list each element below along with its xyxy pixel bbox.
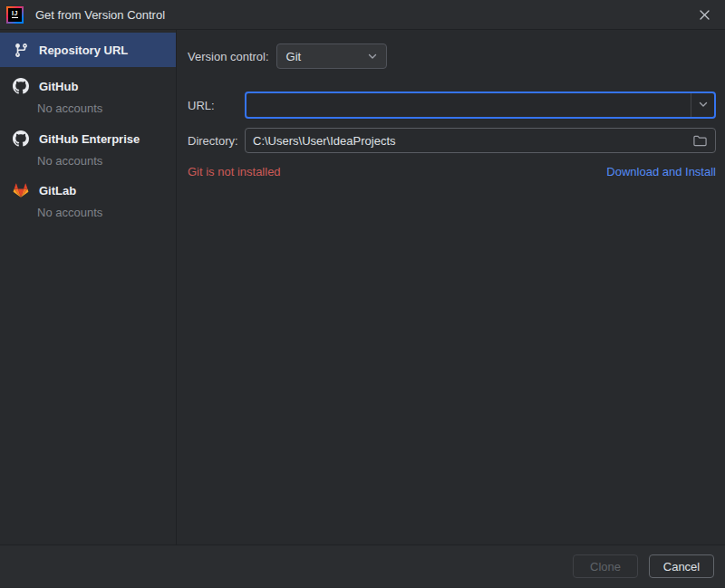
clone-button[interactable]: Clone	[573, 554, 638, 578]
url-dropdown-button[interactable]	[691, 93, 714, 117]
sidebar-item-sublabel: No accounts	[37, 150, 176, 170]
intellij-logo-icon: IJ	[6, 6, 24, 24]
sidebar-item-label: GitHub	[39, 80, 78, 93]
github-icon	[12, 78, 30, 94]
version-control-select[interactable]: Git	[276, 43, 387, 69]
download-and-install-link[interactable]: Download and Install	[606, 165, 716, 178]
dialog-body: Repository URL GitHub No accounts GitHub…	[0, 30, 725, 545]
chevron-down-icon	[366, 50, 379, 63]
footer: Clone Cancel	[0, 545, 725, 587]
sidebar-item-label: GitLab	[39, 184, 76, 198]
sidebar-item-gitlab[interactable]: GitLab No accounts	[0, 178, 176, 222]
sidebar-item-label: Repository URL	[39, 43, 128, 57]
gitlab-icon	[12, 181, 30, 199]
version-control-row: Version control: Git	[188, 43, 716, 69]
chevron-down-icon	[697, 98, 710, 113]
folder-icon[interactable]	[692, 133, 708, 149]
sidebar-item-github[interactable]: GitHub No accounts	[0, 74, 176, 118]
sidebar-item-sublabel: No accounts	[37, 98, 176, 118]
sidebar-item-label: GitHub Enterprise	[39, 132, 140, 146]
directory-row: Directory:	[188, 128, 716, 153]
main-panel: Version control: Git URL:	[177, 30, 725, 545]
sidebar: Repository URL GitHub No accounts GitHub…	[0, 30, 177, 545]
sidebar-item-repository-url[interactable]: Repository URL	[0, 33, 176, 67]
dialog-title: Get from Version Control	[35, 8, 165, 22]
directory-field	[245, 128, 716, 153]
close-icon[interactable]	[694, 5, 714, 24]
version-control-label: Version control:	[188, 50, 269, 63]
version-control-value: Git	[286, 50, 302, 63]
cancel-button[interactable]: Cancel	[649, 554, 714, 578]
github-icon	[12, 130, 30, 147]
url-label: URL:	[188, 99, 245, 112]
url-row: URL:	[188, 92, 716, 119]
get-from-version-control-dialog: IJ Get from Version Control Repository U…	[0, 0, 725, 588]
git-branch-icon	[12, 43, 30, 58]
sidebar-item-github-enterprise[interactable]: GitHub Enterprise No accounts	[0, 127, 176, 170]
sidebar-item-sublabel: No accounts	[37, 202, 176, 222]
url-input[interactable]	[246, 93, 691, 117]
titlebar: IJ Get from Version Control	[0, 0, 725, 30]
url-combobox	[245, 92, 716, 119]
git-not-installed-error: Git is not installed	[188, 165, 281, 178]
directory-input[interactable]	[253, 134, 685, 148]
status-row: Git is not installed Download and Instal…	[188, 165, 716, 178]
directory-label: Directory:	[188, 134, 245, 148]
